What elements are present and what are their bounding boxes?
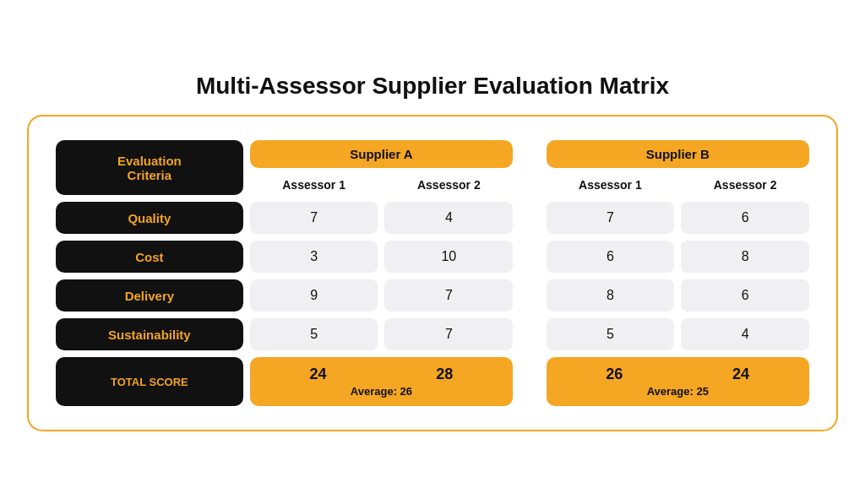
total-score-label: TOTAL SCORE <box>56 357 243 406</box>
score-a1-cost: 3 <box>250 241 378 273</box>
criteria-sustainability: Sustainability <box>56 318 243 350</box>
evaluation-matrix: EvaluationCriteria Supplier A Supplier B… <box>49 133 816 413</box>
score-a2-cost: 10 <box>384 241 513 273</box>
table-row: Sustainability 5 7 5 4 <box>56 318 809 350</box>
score-b1-sustainability: 5 <box>547 318 675 350</box>
score-a1-delivery: 9 <box>250 279 378 312</box>
total-b2: 24 <box>732 366 749 383</box>
matrix-container: EvaluationCriteria Supplier A Supplier B… <box>27 115 838 431</box>
criteria-quality: Quality <box>56 202 243 234</box>
page-wrapper: Multi-Assessor Supplier Evaluation Matri… <box>27 73 838 431</box>
score-b2-quality: 6 <box>681 202 809 234</box>
score-b2-delivery: 6 <box>681 279 809 312</box>
supplier-b-assessor2-label: Assessor 2 <box>681 175 809 195</box>
total-b1: 26 <box>606 366 623 383</box>
score-a2-quality: 4 <box>384 202 513 234</box>
supplier-header-row: EvaluationCriteria Supplier A Supplier B <box>56 140 809 168</box>
total-a1: 24 <box>310 366 327 383</box>
supplier-b-header: Supplier B <box>547 140 809 168</box>
table-row: Delivery 9 7 8 6 <box>56 279 809 312</box>
criteria-header: EvaluationCriteria <box>56 140 243 195</box>
table-row: Quality 7 4 7 6 <box>56 202 809 234</box>
page-title: Multi-Assessor Supplier Evaluation Matri… <box>196 73 669 100</box>
total-a2: 28 <box>436 366 453 383</box>
score-b2-sustainability: 4 <box>681 318 809 350</box>
score-b1-quality: 7 <box>547 202 675 234</box>
score-a2-delivery: 7 <box>384 279 513 312</box>
table-row: Cost 3 10 6 8 <box>56 241 809 273</box>
score-b2-cost: 8 <box>681 241 809 273</box>
total-b: 26 24 Average: 25 <box>547 357 809 406</box>
supplier-a-assessor1-label: Assessor 1 <box>250 175 378 195</box>
supplier-b-assessor1-label: Assessor 1 <box>547 175 675 195</box>
score-b1-cost: 6 <box>547 241 675 273</box>
criteria-cost: Cost <box>56 241 243 273</box>
avg-a: Average: 26 <box>255 385 508 398</box>
total-a: 24 28 Average: 26 <box>250 357 513 406</box>
total-score-row: TOTAL SCORE 24 28 Average: 26 26 24 <box>56 357 809 406</box>
score-b1-delivery: 8 <box>547 279 675 312</box>
score-a1-sustainability: 5 <box>250 318 378 350</box>
avg-b: Average: 25 <box>552 385 804 398</box>
score-a2-sustainability: 7 <box>384 318 513 350</box>
criteria-delivery: Delivery <box>56 279 243 312</box>
score-a1-quality: 7 <box>250 202 378 234</box>
supplier-a-header: Supplier A <box>250 140 513 168</box>
supplier-a-assessor2-label: Assessor 2 <box>384 175 513 195</box>
